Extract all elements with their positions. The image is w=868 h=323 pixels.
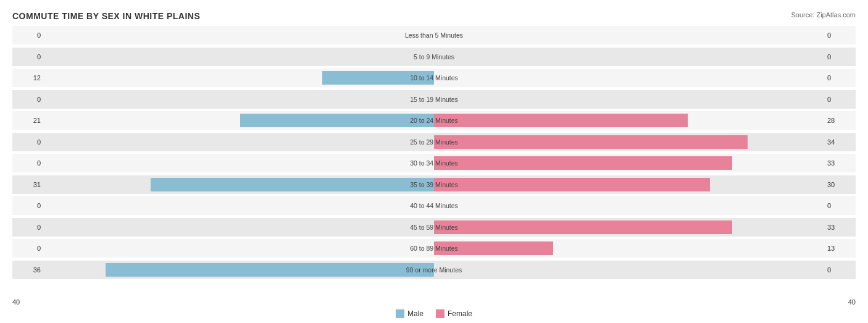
bar-area: 90 or more Minutes bbox=[43, 261, 825, 279]
row-label: 20 to 24 Minutes bbox=[410, 117, 458, 124]
row-label: 30 to 34 Minutes bbox=[410, 159, 458, 167]
right-value: 0 bbox=[825, 74, 856, 82]
rows-area: 0 Less than 5 Minutes 0 0 5 to 9 Minutes… bbox=[12, 26, 856, 279]
left-value: 0 bbox=[12, 31, 43, 39]
bar-area: Less than 5 Minutes bbox=[43, 26, 825, 44]
female-bar bbox=[434, 156, 732, 170]
chart-row: 0 60 to 89 Minutes 13 bbox=[12, 239, 856, 258]
axis-left: 40 bbox=[12, 298, 20, 306]
right-value: 34 bbox=[825, 138, 856, 146]
right-value: 0 bbox=[825, 266, 856, 274]
left-value: 0 bbox=[12, 138, 43, 146]
row-label: 40 to 44 Minutes bbox=[410, 202, 458, 209]
bar-area: 35 to 39 Minutes bbox=[43, 175, 825, 194]
right-value: 33 bbox=[825, 224, 856, 231]
axis-right: 40 bbox=[848, 298, 856, 306]
female-legend-box bbox=[436, 309, 444, 318]
legend-male: Male bbox=[396, 309, 424, 318]
axis-labels: 40 40 bbox=[12, 298, 856, 306]
row-label: 25 to 29 Minutes bbox=[410, 138, 458, 146]
row-label: 10 to 14 Minutes bbox=[410, 74, 458, 82]
right-value: 30 bbox=[825, 181, 856, 188]
chart-row: 0 5 to 9 Minutes 0 bbox=[12, 48, 856, 66]
row-label: 45 to 59 Minutes bbox=[410, 224, 458, 231]
bar-area: 10 to 14 Minutes bbox=[43, 69, 825, 87]
chart-row: 36 90 or more Minutes 0 bbox=[12, 261, 856, 279]
bar-area: 25 to 29 Minutes bbox=[43, 133, 825, 151]
left-value: 0 bbox=[12, 245, 43, 252]
left-value: 21 bbox=[12, 117, 43, 124]
right-value: 0 bbox=[825, 96, 856, 103]
right-value: 0 bbox=[825, 53, 856, 61]
row-label: 5 to 9 Minutes bbox=[414, 53, 454, 61]
row-label: 90 or more Minutes bbox=[406, 266, 462, 274]
chart-title: COMMUTE TIME BY SEX IN WHITE PLAINS bbox=[12, 11, 856, 21]
chart-row: 0 40 to 44 Minutes 0 bbox=[12, 196, 856, 215]
right-value: 28 bbox=[825, 117, 856, 124]
right-value: 33 bbox=[825, 159, 856, 167]
left-value: 0 bbox=[12, 159, 43, 167]
bar-area: 45 to 59 Minutes bbox=[43, 218, 825, 237]
bar-area: 20 to 24 Minutes bbox=[43, 111, 825, 130]
bar-area: 40 to 44 Minutes bbox=[43, 196, 825, 215]
chart-row: 0 30 to 34 Minutes 33 bbox=[12, 154, 856, 172]
right-value: 0 bbox=[825, 202, 856, 209]
bar-area: 30 to 34 Minutes bbox=[43, 154, 825, 172]
bar-area: 5 to 9 Minutes bbox=[43, 48, 825, 66]
chart-row: 0 45 to 59 Minutes 33 bbox=[12, 218, 856, 237]
chart-row: 0 15 to 19 Minutes 0 bbox=[12, 90, 856, 109]
left-value: 0 bbox=[12, 53, 43, 61]
male-bar bbox=[106, 263, 434, 277]
legend: Male Female bbox=[396, 309, 472, 318]
female-bar bbox=[434, 178, 710, 191]
male-legend-label: Male bbox=[407, 309, 424, 318]
left-value: 0 bbox=[12, 202, 43, 209]
chart-container: COMMUTE TIME BY SEX IN WHITE PLAINS Sour… bbox=[0, 0, 868, 323]
source-label: Source: ZipAtlas.com bbox=[791, 11, 856, 19]
legend-female: Female bbox=[436, 309, 472, 318]
female-bar bbox=[434, 135, 748, 149]
female-legend-label: Female bbox=[448, 309, 472, 318]
female-bar bbox=[434, 114, 688, 127]
left-value: 0 bbox=[12, 96, 43, 103]
bar-area: 15 to 19 Minutes bbox=[43, 90, 825, 109]
left-value: 31 bbox=[12, 181, 43, 188]
right-value: 13 bbox=[825, 245, 856, 252]
row-label: 35 to 39 Minutes bbox=[410, 181, 458, 188]
bar-area: 60 to 89 Minutes bbox=[43, 239, 825, 258]
male-bar bbox=[151, 178, 434, 191]
left-value: 36 bbox=[12, 266, 43, 274]
right-value: 0 bbox=[825, 31, 856, 39]
chart-row: 0 Less than 5 Minutes 0 bbox=[12, 26, 856, 44]
chart-row: 21 20 to 24 Minutes 28 bbox=[12, 111, 856, 130]
female-bar bbox=[434, 220, 732, 234]
chart-row: 0 25 to 29 Minutes 34 bbox=[12, 133, 856, 151]
row-label: Less than 5 Minutes bbox=[405, 31, 463, 39]
chart-row: 12 10 to 14 Minutes 0 bbox=[12, 69, 856, 87]
left-value: 12 bbox=[12, 74, 43, 82]
male-bar bbox=[240, 114, 434, 127]
row-label: 60 to 89 Minutes bbox=[410, 245, 458, 252]
chart-row: 31 35 to 39 Minutes 30 bbox=[12, 175, 856, 194]
left-value: 0 bbox=[12, 224, 43, 231]
row-label: 15 to 19 Minutes bbox=[410, 96, 458, 103]
male-legend-box bbox=[396, 309, 404, 318]
